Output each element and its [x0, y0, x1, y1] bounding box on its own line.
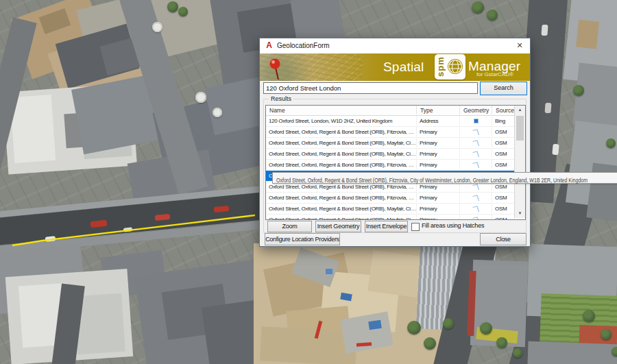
map-tree	[472, 1, 484, 14]
result-source-cell: OSM	[492, 149, 514, 158]
globe-icon	[446, 57, 464, 76]
geometry-cell	[460, 160, 492, 169]
result-name-cell: Oxford Street, Oxford, Regent & Bond Str…	[266, 138, 417, 147]
scrollbar-up-icon[interactable]: ▲	[515, 106, 525, 114]
geometry-cell	[460, 127, 492, 136]
brand-subtitle: for GstarCAD®	[476, 71, 513, 77]
table-row[interactable]: Oxford Street, Oxford, Regent & Bond Str…	[266, 160, 514, 171]
fill-hatches-label: Fill areas using Hatches	[422, 222, 484, 229]
map-tree	[601, 329, 612, 340]
table-row[interactable]: 120 Oxford Street, London, W1D 2HZ, Unit…	[266, 116, 514, 127]
polyline-geometry-icon	[472, 139, 480, 147]
result-source-cell: OSM	[492, 127, 514, 136]
map-tree	[583, 310, 595, 322]
zoom-button[interactable]: Zoom	[267, 221, 312, 232]
geometry-cell	[460, 215, 492, 220]
vertical-scrollbar[interactable]: ▲ ▼	[514, 106, 525, 218]
map-feature	[326, 269, 332, 274]
map-tree	[167, 1, 178, 12]
brand-word-spatial: Spatial	[383, 60, 424, 75]
map-feature	[527, 341, 617, 364]
map-tree	[606, 138, 616, 148]
result-name-cell: Oxford Street, Oxford, Regent & Bond Str…	[266, 160, 417, 169]
close-icon[interactable]: ✕	[509, 38, 530, 53]
geometry-cell	[460, 193, 492, 202]
map-feature	[10, 95, 56, 163]
result-source-cell: OSM	[492, 160, 514, 169]
table-row[interactable]: Oxford Street, Oxford, Regent & Bond Str…	[266, 215, 514, 220]
geometry-cell	[460, 138, 492, 147]
polyline-geometry-icon	[472, 216, 480, 220]
polyline-geometry-icon	[472, 128, 480, 136]
map-vehicle	[548, 58, 555, 69]
column-header-name[interactable]: Name	[266, 106, 417, 114]
result-type-cell: Primary	[417, 215, 460, 220]
result-name-cell: Oxford Street, Oxford, Regent & Bond Str…	[266, 149, 417, 158]
geometry-cell	[460, 116, 492, 125]
results-group-label: Results	[269, 95, 293, 102]
geometry-cell	[460, 149, 492, 158]
result-name-cell: Oxford Street, Oxford, Regent & Bond Str…	[266, 215, 417, 220]
result-source-cell: OSM	[492, 204, 514, 213]
polyline-geometry-icon	[472, 150, 480, 158]
result-type-cell: Primary	[417, 127, 460, 136]
result-name-cell: 120 Oxford Street, London, W1D 2HZ, Unit…	[266, 116, 417, 125]
geometry-cell	[460, 204, 492, 213]
map-circular-rooftop	[213, 108, 222, 117]
map-vehicle	[541, 25, 548, 36]
result-source-cell: OSM	[492, 138, 514, 147]
result-type-cell: Primary	[417, 193, 460, 202]
point-geometry-icon	[474, 119, 478, 123]
search-input[interactable]	[263, 82, 478, 94]
result-tooltip: Oxford Street, Oxford, Regent & Bond Str…	[272, 172, 617, 184]
insert-envelope-button[interactable]: Insert Envelope	[365, 221, 408, 232]
map-tree	[424, 337, 436, 350]
spm-logo-text: spm	[435, 55, 446, 79]
polyline-geometry-icon	[472, 205, 480, 213]
results-rows: 120 Oxford Street, London, W1D 2HZ, Unit…	[266, 116, 514, 220]
scrollbar-down-icon[interactable]: ▼	[515, 209, 525, 218]
result-type-cell: Primary	[417, 138, 460, 147]
gstarcad-app-icon: A	[265, 41, 274, 50]
screenshot-root: A GeolocationForm ✕ Spatial spm	[0, 0, 617, 364]
map-tree	[480, 322, 492, 335]
result-name-cell: Oxford Street, Oxford, Regent & Bond Str…	[266, 204, 417, 213]
configure-location-providers-button[interactable]: Configure Location Providers	[265, 233, 340, 245]
map-feature	[368, 320, 381, 330]
table-row[interactable]: Oxford Street, Oxford, Regent & Bond Str…	[266, 149, 514, 160]
table-row[interactable]: Oxford Street, Oxford, Regent & Bond Str…	[266, 204, 514, 215]
map-tree	[573, 85, 584, 96]
result-name-cell: Oxford Street, Oxford, Regent & Bond Str…	[266, 193, 417, 202]
column-header-source[interactable]: Source	[492, 106, 514, 114]
fill-hatches-checkbox[interactable]	[411, 223, 420, 231]
insert-geometry-button[interactable]: Insert Geometry	[315, 221, 361, 232]
map-tree	[487, 10, 498, 21]
result-type-cell: Primary	[417, 204, 460, 213]
dialog-title: GeolocationForm	[277, 42, 330, 49]
table-row[interactable]: Oxford Street, Oxford, Regent & Bond Str…	[266, 193, 514, 204]
map-tree	[443, 318, 454, 329]
column-header-type[interactable]: Type	[417, 106, 460, 114]
map-tree	[407, 321, 421, 335]
table-row[interactable]: Oxford Street, Oxford, Regent & Bond Str…	[266, 127, 514, 138]
result-type-cell: Primary	[417, 149, 460, 158]
polyline-geometry-icon	[472, 194, 480, 202]
pushpin-icon	[267, 58, 285, 81]
table-row[interactable]: Oxford Street, Oxford, Regent & Bond Str…	[266, 138, 514, 149]
map-vehicle	[552, 144, 559, 156]
map-tree	[612, 347, 617, 356]
result-type-cell: Primary	[417, 160, 460, 169]
spm-logo-box: spm	[435, 54, 465, 80]
search-button[interactable]: Search	[480, 82, 527, 95]
map-feature	[572, 63, 617, 130]
dialog-titlebar[interactable]: A GeolocationForm ✕	[260, 38, 530, 53]
scrollbar-thumb[interactable]	[516, 116, 524, 141]
map-circular-rooftop	[195, 92, 206, 103]
spatial-manager-banner: Spatial spm Manager for GstarCAD®	[260, 53, 530, 81]
results-groupbox: Results Name Type Geometry Source 120 Ox…	[263, 99, 527, 233]
map-circular-rooftop	[152, 22, 162, 32]
map-feature	[576, 20, 599, 49]
close-button[interactable]: Close	[480, 233, 527, 245]
result-type-cell: Address	[417, 116, 460, 125]
column-header-geometry[interactable]: Geometry	[460, 106, 492, 114]
